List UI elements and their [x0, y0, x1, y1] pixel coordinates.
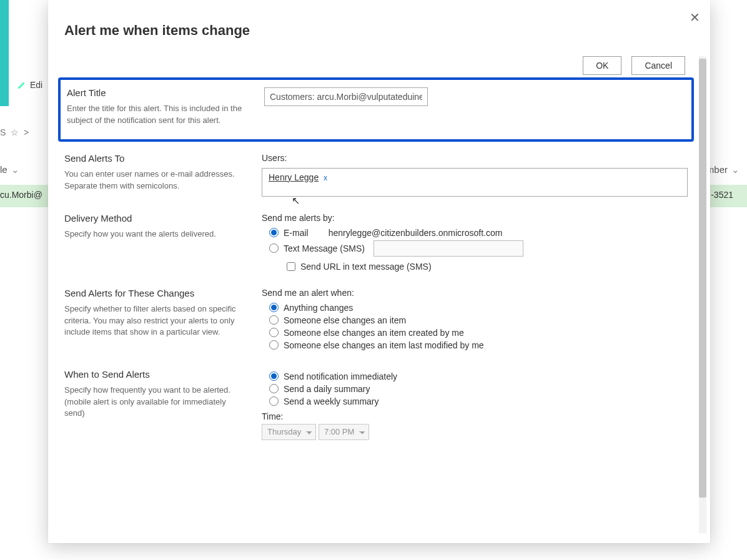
user-chip[interactable]: Henry Legge [269, 172, 319, 182]
section-title: Delivery Method [64, 213, 247, 224]
time-label: Time: [262, 411, 689, 421]
alert-modal: ✕ Alert me when items change OK Cancel A… [48, 0, 710, 543]
change-radio-3[interactable] [269, 340, 279, 350]
when-opt-0[interactable]: Send notification immediately [269, 371, 689, 381]
modal-overlay: ✕ Alert me when items change OK Cancel A… [0, 0, 747, 560]
change-radio-2[interactable] [269, 328, 279, 337]
delivery-email-radio[interactable] [269, 228, 279, 237]
users-label: Users: [262, 153, 689, 163]
section-desc: You can enter user names or e-mail addre… [64, 169, 247, 192]
when-opt-2[interactable]: Send a weekly summary [269, 396, 689, 406]
modal-title: Alert me when items change [64, 22, 688, 39]
sms-url-label: Send URL in text message (SMS) [300, 262, 432, 272]
hour-select[interactable]: 7:00 PM [319, 424, 369, 440]
section-title: Alert Title [67, 87, 249, 98]
close-icon[interactable]: ✕ [690, 11, 700, 24]
change-opt-0[interactable]: Anything changes [269, 303, 689, 313]
section-desc: Enter the title for this alert. This is … [67, 103, 249, 127]
time-row: Time: Thursday 7:00 PM [262, 411, 689, 440]
cursor-icon: ↖ [292, 195, 300, 207]
ok-button[interactable]: OK [583, 56, 621, 75]
change-opt-3[interactable]: Someone else changes an item last modifi… [269, 340, 689, 350]
users-input[interactable]: Henry Legge x [262, 168, 688, 197]
change-radio-1[interactable] [269, 315, 279, 325]
sms-url-checkbox[interactable] [287, 262, 295, 271]
section-changes: Send Alerts for These Changes Specify wh… [64, 288, 689, 353]
email-address: henrylegge@citizenbuilders.onmicrosoft.c… [329, 228, 503, 238]
section-title: Send Alerts To [64, 153, 247, 164]
section-when: When to Send Alerts Specify how frequent… [64, 369, 689, 440]
change-radio-0[interactable] [269, 303, 279, 312]
cancel-button[interactable]: Cancel [631, 56, 685, 75]
delivery-label: Send me alerts by: [262, 213, 689, 223]
section-title: Send Alerts for These Changes [64, 288, 247, 298]
top-button-row: OK Cancel [64, 56, 689, 75]
section-desc: Specify whether to filter alerts based o… [64, 303, 247, 339]
when-radio-0[interactable] [269, 371, 279, 381]
changes-label: Send me an alert when: [262, 288, 689, 298]
section-delivery: Delivery Method Specify how you want the… [64, 213, 689, 272]
sms-radio-label: Text Message (SMS) [284, 243, 365, 253]
remove-chip-icon[interactable]: x [324, 174, 327, 182]
scrollbar[interactable] [699, 56, 706, 533]
delivery-email-row[interactable]: E-mail henrylegge@citizenbuilders.onmicr… [269, 228, 689, 238]
change-opt-1[interactable]: Someone else changes an item [269, 315, 689, 325]
section-desc: Specify how you want the alerts delivere… [64, 228, 247, 240]
scrollbar-thumb[interactable] [699, 59, 706, 498]
section-send-to: Send Alerts To You can enter user names … [64, 153, 689, 197]
delivery-sms-radio[interactable] [269, 243, 279, 253]
when-opt-1[interactable]: Send a daily summary [269, 384, 689, 394]
email-radio-label: E-mail [284, 228, 309, 238]
when-radio-1[interactable] [269, 384, 279, 393]
section-title: When to Send Alerts [64, 369, 247, 380]
delivery-sms-row[interactable]: Text Message (SMS) [269, 240, 689, 257]
section-desc: Specify how frequently you want to be al… [64, 385, 247, 420]
day-select[interactable]: Thursday [262, 424, 316, 440]
sms-number-input[interactable] [374, 240, 523, 257]
section-alert-title: Alert Title Enter the title for this ale… [58, 77, 694, 142]
sms-url-row[interactable]: Send URL in text message (SMS) [287, 262, 689, 272]
change-opt-2[interactable]: Someone else changes an item created by … [269, 328, 689, 338]
when-radio-2[interactable] [269, 396, 279, 406]
modal-body: OK Cancel Alert Title Enter the title fo… [48, 56, 699, 532]
alert-title-input[interactable] [264, 87, 428, 106]
